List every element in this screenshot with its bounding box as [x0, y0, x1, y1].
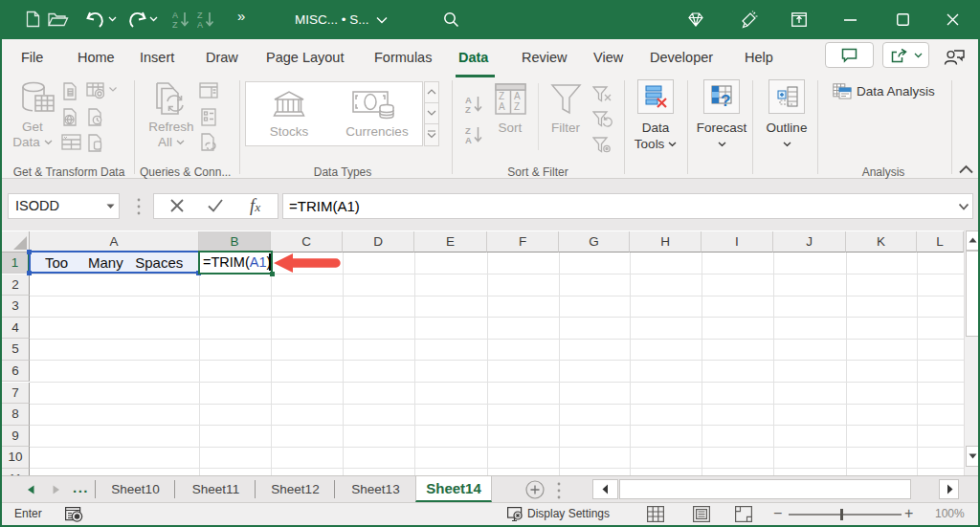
svg-text:Z: Z [197, 11, 203, 20]
svg-text:Z: Z [514, 101, 520, 112]
svg-text:A: A [172, 11, 178, 20]
svg-text:?: ? [721, 92, 730, 108]
svg-text:A: A [514, 91, 521, 101]
svg-text:Z: Z [499, 91, 504, 101]
svg-text:A: A [499, 101, 505, 112]
svg-text:Z: Z [465, 104, 471, 114]
svg-text:A: A [197, 20, 203, 29]
svg-text:Z: Z [172, 20, 178, 29]
svg-text:A: A [465, 135, 472, 144]
